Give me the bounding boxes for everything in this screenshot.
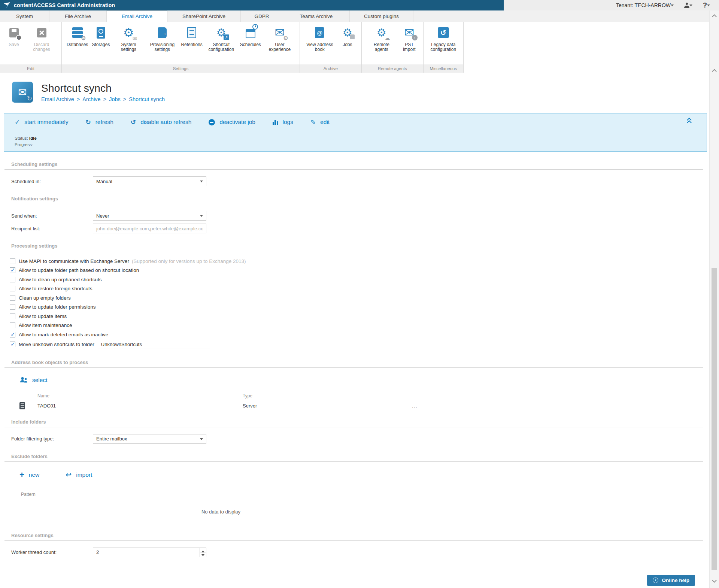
- user-menu[interactable]: [684, 3, 692, 8]
- check-icon: ✓: [15, 119, 20, 125]
- unknown-shortcuts-folder-input[interactable]: [98, 340, 210, 349]
- job-mail-icon: ✉↻: [12, 82, 33, 103]
- user-icon: [684, 3, 689, 8]
- tab-file-archive[interactable]: File Archive: [49, 10, 107, 22]
- send-when-select[interactable]: Never: [93, 211, 206, 221]
- online-help-label: Online help: [662, 578, 689, 583]
- table-row[interactable]: TADC01 Server ...: [0, 402, 442, 409]
- breadcrumb-separator: >: [77, 96, 80, 102]
- section-exclude-folders: Exclude folders: [4, 454, 703, 462]
- shortcut-configuration-icon: ⚙↗: [212, 25, 230, 40]
- refresh-button[interactable]: ↻ refresh: [85, 119, 113, 125]
- collapse-panel-button[interactable]: [686, 118, 692, 124]
- job-actions: ✓ start immediately ↻ refresh ↺ disable …: [4, 113, 707, 125]
- system-settings-button[interactable]: ⚙✉ System settings: [112, 23, 145, 52]
- recipient-list-input[interactable]: [93, 224, 206, 233]
- import-patterns-button[interactable]: ↩ import: [66, 471, 92, 478]
- empty-table-message: No data to display: [0, 509, 442, 515]
- start-immediately-button[interactable]: ✓ start immediately: [15, 119, 68, 125]
- checkbox-clean-orphaned-shortcuts[interactable]: [10, 277, 15, 282]
- remote-agents-button[interactable]: ⚙☁ Remote agents: [365, 23, 398, 52]
- tenant-menu[interactable]: Tenant: TECH-ARROW: [616, 2, 674, 8]
- folder-filtering-select[interactable]: Entire mailbox: [93, 434, 206, 444]
- legacy-data-configuration-button[interactable]: ↺ Legacy data configuration: [427, 23, 460, 52]
- status-value: Idle: [29, 136, 37, 140]
- tenant-label: Tenant: TECH-ARROW: [616, 2, 671, 8]
- progress-label: Progress:: [15, 142, 37, 148]
- scheduled-in-select[interactable]: Manual: [93, 176, 206, 186]
- checkbox-label: Allow to update folder path based on sho…: [19, 267, 139, 273]
- breadcrumb-jobs[interactable]: Jobs: [109, 96, 121, 102]
- column-type: Type: [243, 393, 412, 398]
- view-address-book-button[interactable]: @ View address book: [303, 23, 337, 52]
- provisioning-settings-button[interactable]: ← Provisioning settings: [145, 23, 179, 52]
- new-pattern-button[interactable]: + new: [19, 471, 39, 479]
- tab-teams-archive[interactable]: Teams Archive: [283, 10, 350, 22]
- scrollbar-thumb[interactable]: [712, 268, 717, 570]
- section-notification-settings: Notification settings: [4, 196, 703, 204]
- checkbox-update-items[interactable]: [10, 313, 15, 319]
- deactivate-job-button[interactable]: deactivate job: [209, 119, 255, 125]
- discard-changes-button[interactable]: Discard changes: [25, 23, 58, 52]
- storages-icon: [92, 25, 110, 40]
- logs-button[interactable]: logs: [273, 119, 293, 125]
- people-icon: [19, 377, 28, 383]
- refresh-icon: ↻: [85, 119, 91, 125]
- recipient-list-label: Recipient list:: [11, 226, 93, 231]
- save-button[interactable]: ↑ Save: [3, 23, 25, 47]
- help-menu[interactable]: ?: [703, 1, 710, 9]
- checkbox-update-folder-path[interactable]: [10, 267, 15, 273]
- online-help-button[interactable]: i Online help: [647, 575, 695, 586]
- checkbox-item-maintenance[interactable]: [10, 322, 15, 328]
- storages-button[interactable]: Storages: [90, 23, 112, 47]
- databases-button[interactable]: ⚙ Databases: [65, 23, 90, 47]
- checkbox-clean-empty-folders[interactable]: [10, 295, 15, 301]
- scroll-up-icon[interactable]: [712, 69, 717, 74]
- row-menu-button[interactable]: ...: [412, 403, 442, 409]
- tab-custom-plugins[interactable]: Custom plugins: [350, 10, 413, 22]
- chevron-down-icon: [671, 4, 674, 8]
- checkbox-update-folder-permissions[interactable]: [10, 304, 15, 310]
- worker-thread-value[interactable]: 2: [93, 548, 200, 557]
- provisioning-settings-icon: ←: [153, 25, 171, 40]
- databases-icon: ⚙: [69, 25, 87, 40]
- auto-refresh-icon: ↺: [131, 119, 136, 125]
- system-settings-icon: ⚙✉: [119, 25, 137, 40]
- breadcrumb-archive[interactable]: Archive: [82, 96, 100, 102]
- folder-filtering-label: Folder filtering type:: [11, 436, 93, 442]
- checkbox-move-unknown-shortcuts[interactable]: [10, 342, 15, 347]
- edit-button[interactable]: ✎ edit: [310, 119, 330, 125]
- checkbox-mark-deleted-inactive[interactable]: [10, 332, 15, 337]
- user-experience-icon: ✉⚙: [271, 25, 289, 40]
- user-experience-button[interactable]: ✉⚙ User experience: [263, 23, 297, 52]
- checkbox-label: Allow to restore foreign shortcuts: [19, 286, 92, 291]
- scroll-down-icon[interactable]: [712, 578, 717, 583]
- checkbox-row: Move unknown shortcuts to folder: [10, 339, 709, 350]
- retentions-button[interactable]: Retentions: [179, 23, 204, 47]
- breadcrumb-email-archive[interactable]: Email Archive: [41, 96, 74, 102]
- stepper-up-button[interactable]: [200, 548, 206, 553]
- stepper-down-button[interactable]: [200, 552, 206, 557]
- shortcut-configuration-button[interactable]: ⚙↗ Shortcut configuration: [204, 23, 238, 52]
- ribbon-group-label: Remote agents: [362, 64, 423, 73]
- select-objects-button[interactable]: select: [19, 377, 48, 384]
- tab-gdpr[interactable]: GDPR: [241, 10, 283, 22]
- tab-sharepoint-archive[interactable]: SharePoint Archive: [167, 10, 241, 22]
- tab-system[interactable]: System: [0, 10, 49, 22]
- save-icon: ↑: [5, 25, 23, 40]
- scroll-up-icon[interactable]: [712, 14, 717, 19]
- job-status: Status: Idle Progress:: [15, 135, 37, 148]
- column-name: Name: [37, 393, 243, 398]
- title-bar-right: Tenant: TECH-ARROW ?: [504, 0, 719, 10]
- vertical-scrollbar: [709, 10, 719, 588]
- pst-import-button[interactable]: ✉↑ PST import: [398, 23, 420, 52]
- schedules-button[interactable]: Schedules: [238, 23, 263, 47]
- pencil-icon: ✎: [310, 119, 316, 125]
- breadcrumb-current[interactable]: Shortcut synch: [129, 96, 165, 102]
- jobs-button[interactable]: ⚙ Jobs: [337, 23, 358, 47]
- checkbox-use-mapi[interactable]: [10, 258, 15, 264]
- checkbox-row: Allow to clean up orphaned shortcuts: [10, 275, 709, 284]
- checkbox-restore-foreign-shortcuts[interactable]: [10, 286, 15, 291]
- tab-email-archive[interactable]: Email Archive: [107, 10, 167, 22]
- disable-auto-refresh-button[interactable]: ↺ disable auto refresh: [131, 119, 191, 125]
